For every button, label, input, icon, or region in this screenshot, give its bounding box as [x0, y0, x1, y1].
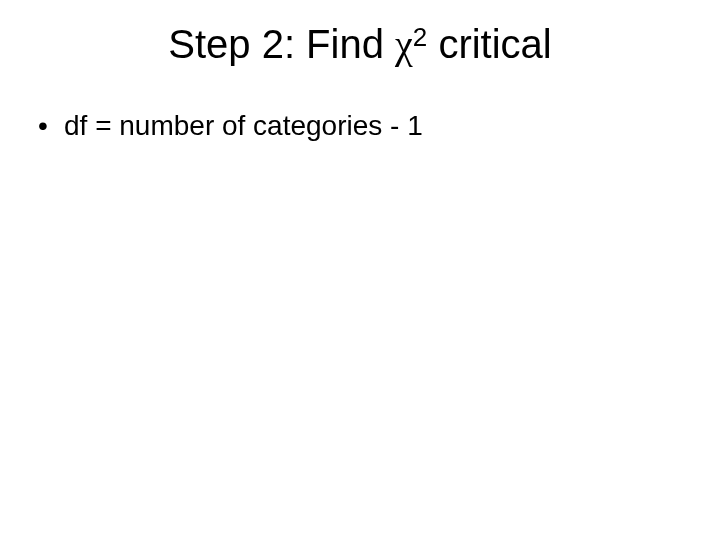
- slide-title: Step 2: Find χ2 critical: [0, 20, 720, 69]
- list-item: df = number of categories - 1: [30, 108, 690, 143]
- title-post: critical: [427, 22, 551, 66]
- bullet-list: df = number of categories - 1: [30, 108, 690, 143]
- title-pre: Step 2: Find: [168, 22, 395, 66]
- chi-superscript: 2: [413, 22, 427, 52]
- slide-body: df = number of categories - 1: [30, 108, 690, 143]
- slide: Step 2: Find χ2 critical df = number of …: [0, 0, 720, 540]
- chi-symbol: χ: [395, 22, 413, 67]
